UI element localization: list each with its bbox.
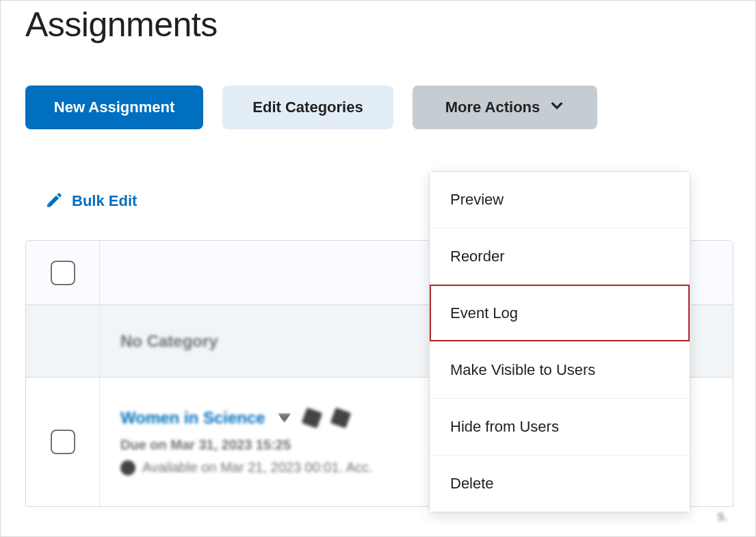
row-checkbox-cell — [26, 378, 100, 506]
pin-icon — [301, 408, 322, 429]
more-actions-label: More Actions — [445, 99, 540, 116]
dropdown-item-preview[interactable]: Preview — [430, 172, 690, 228]
edit-categories-label: Edit Categories — [252, 99, 363, 116]
clock-icon — [120, 460, 135, 475]
edit-categories-button[interactable]: Edit Categories — [222, 86, 393, 129]
more-actions-dropdown: Preview Reorder Event Log Make Visible t… — [429, 171, 690, 512]
dropdown-item-delete[interactable]: Delete — [430, 455, 690, 512]
new-assignment-button[interactable]: New Assignment — [25, 86, 203, 129]
action-buttons: New Assignment Edit Categories More Acti… — [25, 86, 733, 129]
bulk-edit-link[interactable]: Bulk Edit — [72, 192, 137, 210]
pencil-icon — [46, 191, 64, 211]
dropdown-item-make-visible[interactable]: Make Visible to Users — [430, 341, 690, 398]
availability-trail-text: s. — [717, 508, 728, 524]
dropdown-item-reorder[interactable]: Reorder — [430, 228, 690, 285]
row-checkbox[interactable] — [51, 430, 75, 454]
draft-icon — [330, 408, 351, 429]
chevron-down-icon[interactable] — [278, 413, 291, 423]
category-checkbox-cell — [26, 305, 100, 377]
assignment-availability-text: Available on Mar 21, 2023 00:01. Acc. — [142, 460, 373, 475]
dropdown-item-hide[interactable]: Hide from Users — [430, 398, 690, 455]
select-all-cell — [26, 241, 100, 304]
page-title: Assignments — [25, 5, 733, 44]
select-all-checkbox[interactable] — [51, 261, 75, 285]
assignment-link[interactable]: Women in Science — [120, 408, 265, 428]
dropdown-item-event-log[interactable]: Event Log — [430, 285, 690, 341]
new-assignment-label: New Assignment — [54, 99, 174, 116]
more-actions-button[interactable]: More Actions — [413, 86, 597, 129]
chevron-down-icon — [549, 98, 564, 117]
